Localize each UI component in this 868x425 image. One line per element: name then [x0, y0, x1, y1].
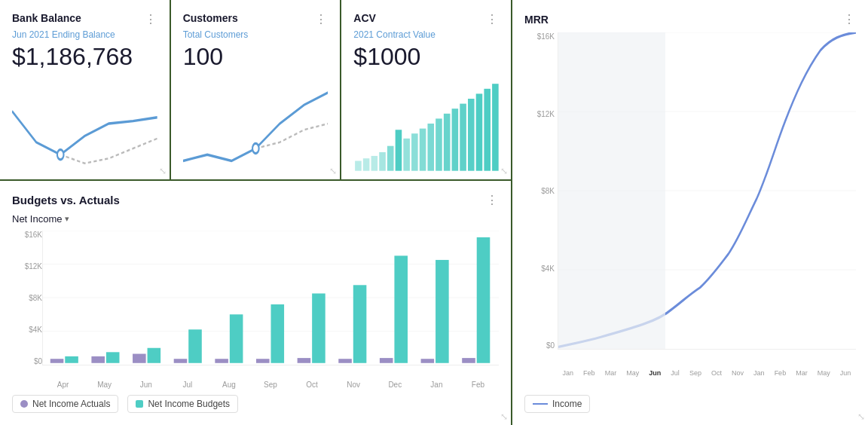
acv-chart	[353, 74, 499, 173]
bank-balance-resize-icon: ⤡	[159, 166, 167, 176]
acv-title: ACV	[353, 12, 376, 24]
mrr-y-8k: $8K	[524, 187, 558, 195]
svg-rect-36	[298, 358, 311, 363]
acv-value: $1000	[353, 43, 499, 71]
x-label-jul: Jul	[167, 381, 208, 389]
mrr-x-jan1: Jan	[563, 369, 574, 377]
svg-rect-9	[411, 133, 418, 171]
svg-rect-12	[436, 118, 443, 170]
budgets-menu-icon[interactable]: ⋮	[486, 193, 499, 207]
svg-rect-17	[476, 93, 483, 170]
bank-balance-subtitle: Jun 2021 Ending Balance	[12, 29, 157, 40]
svg-rect-24	[50, 359, 64, 363]
y-label-0: $0	[12, 357, 42, 365]
mrr-y-12k: $12K	[524, 110, 558, 118]
svg-rect-18	[484, 89, 491, 171]
svg-rect-2	[355, 161, 362, 171]
mrr-legend-income: Income	[524, 395, 590, 413]
svg-rect-44	[462, 358, 475, 363]
mrr-legend-income-label: Income	[552, 399, 582, 409]
mrr-x-feb2: Feb	[775, 369, 787, 377]
legend-actual-label: Net Income Actuals	[32, 399, 110, 409]
mrr-x-mar1: Mar	[605, 369, 617, 377]
customers-menu-icon[interactable]: ⋮	[315, 12, 328, 26]
x-label-apr: Apr	[42, 381, 84, 389]
mrr-x-jun2: Jun	[840, 369, 851, 377]
svg-rect-27	[106, 352, 120, 362]
legend: Net Income Actuals Net Income Budgets	[12, 395, 499, 413]
svg-rect-14	[452, 109, 459, 171]
x-label-feb: Feb	[457, 381, 499, 389]
net-income-selector[interactable]: Net Income ▾	[12, 213, 499, 225]
svg-rect-30	[174, 359, 188, 363]
budgets-resize-icon: ⤡	[500, 411, 508, 422]
svg-rect-6	[387, 146, 394, 171]
svg-rect-15	[460, 104, 467, 171]
bank-balance-menu-icon[interactable]: ⋮	[145, 12, 157, 26]
mrr-y-16k: $16K	[524, 32, 558, 41]
y-label-4k: $4K	[12, 326, 42, 334]
y-label-16k: $16K	[12, 231, 42, 239]
customers-header: Customers ⋮	[183, 12, 329, 26]
x-label-sep: Sep	[249, 381, 291, 389]
x-label-aug: Aug	[208, 381, 249, 389]
mrr-panel: MRR ⋮ $0 $4K $8K $12K $16K	[512, 0, 868, 425]
legend-budget-label: Net Income Budgets	[148, 399, 230, 409]
customers-resize-icon: ⤡	[329, 166, 337, 176]
x-label-nov: Nov	[333, 381, 374, 389]
bank-balance-title: Bank Balance	[12, 12, 81, 24]
bar-chart-container: $0 $4K $8K $12K $16K	[12, 231, 499, 389]
bank-balance-chart	[12, 74, 157, 173]
mrr-resize-icon: ⤡	[857, 411, 865, 422]
svg-rect-28	[133, 354, 146, 363]
customers-value: 100	[183, 43, 329, 71]
mrr-x-may1: May	[626, 369, 639, 377]
mrr-x-mar2: Mar	[796, 369, 808, 377]
svg-rect-26	[91, 356, 105, 363]
svg-rect-39	[353, 285, 367, 362]
svg-rect-40	[380, 358, 393, 363]
mrr-legend-line-icon	[533, 403, 548, 405]
svg-rect-38	[338, 359, 352, 363]
budgets-header: Budgets vs. Actuals ⋮	[12, 193, 499, 207]
mrr-header: MRR ⋮	[524, 12, 856, 26]
mrr-x-may2: May	[818, 369, 830, 377]
x-label-jan: Jan	[416, 381, 457, 389]
svg-rect-8	[404, 139, 411, 171]
customers-chart	[183, 74, 329, 173]
svg-rect-13	[444, 114, 451, 171]
mrr-x-feb: Feb	[583, 369, 595, 377]
svg-rect-43	[436, 260, 449, 363]
acv-header: ACV ⋮	[353, 12, 499, 26]
acv-menu-icon[interactable]: ⋮	[486, 12, 499, 26]
mrr-y-4k: $4K	[524, 264, 558, 273]
svg-rect-3	[363, 158, 370, 171]
x-label-may: May	[84, 381, 125, 389]
mrr-x-jun-current: Jun	[649, 369, 661, 377]
svg-rect-31	[188, 329, 202, 363]
mrr-x-jan2: Jan	[753, 369, 765, 377]
svg-rect-11	[428, 124, 435, 171]
mrr-title: MRR	[524, 14, 549, 26]
svg-rect-42	[421, 359, 435, 363]
mrr-x-sep: Sep	[689, 369, 701, 377]
mrr-x-nov: Nov	[732, 369, 744, 377]
legend-budget: Net Income Budgets	[127, 395, 238, 413]
mrr-shaded-region	[558, 32, 665, 349]
customers-widget: Customers ⋮ Total Customers 100 ⤡	[171, 0, 342, 179]
svg-rect-16	[468, 99, 475, 171]
customers-subtitle: Total Customers	[183, 29, 329, 40]
y-label-12k: $12K	[12, 262, 42, 271]
y-label-8k: $8K	[12, 294, 42, 302]
legend-actual-icon	[20, 400, 28, 408]
legend-actual: Net Income Actuals	[12, 395, 118, 413]
mrr-menu-icon[interactable]: ⋮	[843, 12, 856, 26]
bank-balance-widget: Bank Balance ⋮ Jun 2021 Ending Balance $…	[0, 0, 171, 179]
svg-point-1	[252, 143, 259, 153]
acv-subtitle: 2021 Contract Value	[353, 29, 499, 40]
mrr-x-oct: Oct	[711, 369, 722, 377]
customers-title: Customers	[183, 12, 238, 24]
svg-rect-37	[312, 293, 326, 362]
svg-rect-10	[420, 129, 426, 171]
svg-rect-4	[371, 156, 378, 171]
